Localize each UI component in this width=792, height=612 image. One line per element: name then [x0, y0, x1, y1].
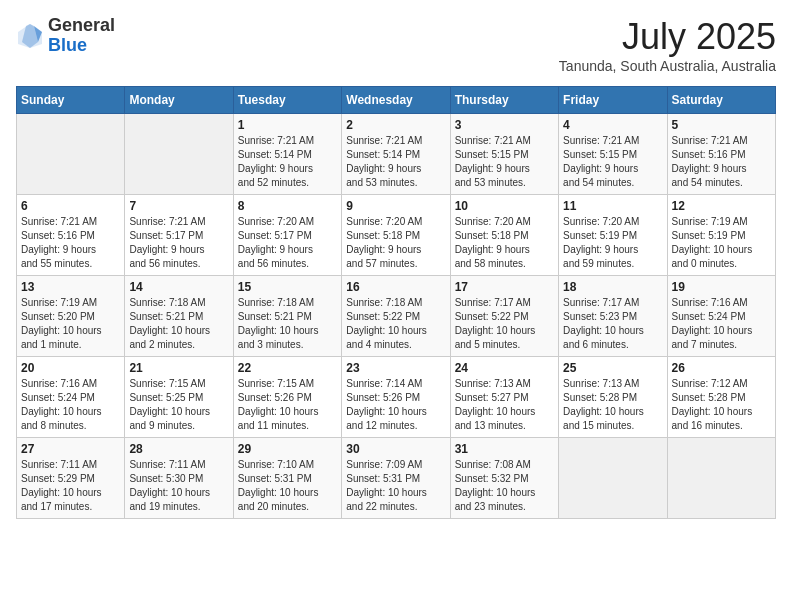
logo-icon — [16, 22, 44, 50]
day-number: 19 — [672, 280, 771, 294]
day-number: 25 — [563, 361, 662, 375]
calendar-cell — [559, 438, 667, 519]
day-info: Sunrise: 7:21 AM Sunset: 5:15 PM Dayligh… — [455, 134, 554, 190]
day-number: 16 — [346, 280, 445, 294]
day-info: Sunrise: 7:15 AM Sunset: 5:25 PM Dayligh… — [129, 377, 228, 433]
day-number: 10 — [455, 199, 554, 213]
day-number: 27 — [21, 442, 120, 456]
calendar-cell: 30Sunrise: 7:09 AM Sunset: 5:31 PM Dayli… — [342, 438, 450, 519]
day-number: 15 — [238, 280, 337, 294]
day-info: Sunrise: 7:21 AM Sunset: 5:15 PM Dayligh… — [563, 134, 662, 190]
day-info: Sunrise: 7:17 AM Sunset: 5:23 PM Dayligh… — [563, 296, 662, 352]
weekday-header-saturday: Saturday — [667, 87, 775, 114]
day-info: Sunrise: 7:16 AM Sunset: 5:24 PM Dayligh… — [672, 296, 771, 352]
day-info: Sunrise: 7:08 AM Sunset: 5:32 PM Dayligh… — [455, 458, 554, 514]
day-number: 2 — [346, 118, 445, 132]
page-header: General Blue July 2025 Tanunda, South Au… — [16, 16, 776, 74]
day-number: 22 — [238, 361, 337, 375]
day-info: Sunrise: 7:21 AM Sunset: 5:16 PM Dayligh… — [21, 215, 120, 271]
day-info: Sunrise: 7:11 AM Sunset: 5:30 PM Dayligh… — [129, 458, 228, 514]
day-number: 29 — [238, 442, 337, 456]
day-number: 23 — [346, 361, 445, 375]
day-info: Sunrise: 7:21 AM Sunset: 5:14 PM Dayligh… — [346, 134, 445, 190]
week-row-5: 27Sunrise: 7:11 AM Sunset: 5:29 PM Dayli… — [17, 438, 776, 519]
day-number: 11 — [563, 199, 662, 213]
day-info: Sunrise: 7:21 AM Sunset: 5:14 PM Dayligh… — [238, 134, 337, 190]
calendar-cell: 13Sunrise: 7:19 AM Sunset: 5:20 PM Dayli… — [17, 276, 125, 357]
logo-general: General — [48, 15, 115, 35]
calendar-cell: 14Sunrise: 7:18 AM Sunset: 5:21 PM Dayli… — [125, 276, 233, 357]
day-info: Sunrise: 7:18 AM Sunset: 5:22 PM Dayligh… — [346, 296, 445, 352]
day-info: Sunrise: 7:12 AM Sunset: 5:28 PM Dayligh… — [672, 377, 771, 433]
day-info: Sunrise: 7:20 AM Sunset: 5:17 PM Dayligh… — [238, 215, 337, 271]
day-number: 14 — [129, 280, 228, 294]
calendar-cell — [17, 114, 125, 195]
calendar-cell: 19Sunrise: 7:16 AM Sunset: 5:24 PM Dayli… — [667, 276, 775, 357]
day-number: 20 — [21, 361, 120, 375]
day-number: 12 — [672, 199, 771, 213]
calendar-cell: 7Sunrise: 7:21 AM Sunset: 5:17 PM Daylig… — [125, 195, 233, 276]
week-row-3: 13Sunrise: 7:19 AM Sunset: 5:20 PM Dayli… — [17, 276, 776, 357]
day-number: 3 — [455, 118, 554, 132]
calendar-cell: 2Sunrise: 7:21 AM Sunset: 5:14 PM Daylig… — [342, 114, 450, 195]
day-info: Sunrise: 7:14 AM Sunset: 5:26 PM Dayligh… — [346, 377, 445, 433]
location-title: Tanunda, South Australia, Australia — [559, 58, 776, 74]
weekday-header-friday: Friday — [559, 87, 667, 114]
day-number: 5 — [672, 118, 771, 132]
weekday-header-tuesday: Tuesday — [233, 87, 341, 114]
weekday-header-thursday: Thursday — [450, 87, 558, 114]
calendar-table: SundayMondayTuesdayWednesdayThursdayFrid… — [16, 86, 776, 519]
day-info: Sunrise: 7:10 AM Sunset: 5:31 PM Dayligh… — [238, 458, 337, 514]
day-number: 13 — [21, 280, 120, 294]
calendar-cell: 25Sunrise: 7:13 AM Sunset: 5:28 PM Dayli… — [559, 357, 667, 438]
day-info: Sunrise: 7:21 AM Sunset: 5:16 PM Dayligh… — [672, 134, 771, 190]
day-number: 6 — [21, 199, 120, 213]
day-number: 21 — [129, 361, 228, 375]
day-number: 9 — [346, 199, 445, 213]
day-info: Sunrise: 7:13 AM Sunset: 5:28 PM Dayligh… — [563, 377, 662, 433]
weekday-header-sunday: Sunday — [17, 87, 125, 114]
day-number: 1 — [238, 118, 337, 132]
calendar-cell: 23Sunrise: 7:14 AM Sunset: 5:26 PM Dayli… — [342, 357, 450, 438]
day-info: Sunrise: 7:20 AM Sunset: 5:18 PM Dayligh… — [346, 215, 445, 271]
calendar-cell: 15Sunrise: 7:18 AM Sunset: 5:21 PM Dayli… — [233, 276, 341, 357]
day-info: Sunrise: 7:15 AM Sunset: 5:26 PM Dayligh… — [238, 377, 337, 433]
weekday-header-row: SundayMondayTuesdayWednesdayThursdayFrid… — [17, 87, 776, 114]
day-info: Sunrise: 7:09 AM Sunset: 5:31 PM Dayligh… — [346, 458, 445, 514]
day-info: Sunrise: 7:20 AM Sunset: 5:18 PM Dayligh… — [455, 215, 554, 271]
calendar-cell: 18Sunrise: 7:17 AM Sunset: 5:23 PM Dayli… — [559, 276, 667, 357]
day-info: Sunrise: 7:11 AM Sunset: 5:29 PM Dayligh… — [21, 458, 120, 514]
day-number: 24 — [455, 361, 554, 375]
calendar-cell: 1Sunrise: 7:21 AM Sunset: 5:14 PM Daylig… — [233, 114, 341, 195]
calendar-cell: 8Sunrise: 7:20 AM Sunset: 5:17 PM Daylig… — [233, 195, 341, 276]
day-number: 31 — [455, 442, 554, 456]
calendar-cell: 27Sunrise: 7:11 AM Sunset: 5:29 PM Dayli… — [17, 438, 125, 519]
calendar-cell: 29Sunrise: 7:10 AM Sunset: 5:31 PM Dayli… — [233, 438, 341, 519]
week-row-1: 1Sunrise: 7:21 AM Sunset: 5:14 PM Daylig… — [17, 114, 776, 195]
calendar-cell: 9Sunrise: 7:20 AM Sunset: 5:18 PM Daylig… — [342, 195, 450, 276]
month-title: July 2025 — [559, 16, 776, 58]
calendar-cell: 24Sunrise: 7:13 AM Sunset: 5:27 PM Dayli… — [450, 357, 558, 438]
logo-text: General Blue — [48, 16, 115, 56]
weekday-header-wednesday: Wednesday — [342, 87, 450, 114]
calendar-cell: 31Sunrise: 7:08 AM Sunset: 5:32 PM Dayli… — [450, 438, 558, 519]
day-info: Sunrise: 7:19 AM Sunset: 5:19 PM Dayligh… — [672, 215, 771, 271]
day-info: Sunrise: 7:18 AM Sunset: 5:21 PM Dayligh… — [129, 296, 228, 352]
calendar-cell: 5Sunrise: 7:21 AM Sunset: 5:16 PM Daylig… — [667, 114, 775, 195]
calendar-cell — [125, 114, 233, 195]
calendar-cell: 4Sunrise: 7:21 AM Sunset: 5:15 PM Daylig… — [559, 114, 667, 195]
weekday-header-monday: Monday — [125, 87, 233, 114]
calendar-cell: 17Sunrise: 7:17 AM Sunset: 5:22 PM Dayli… — [450, 276, 558, 357]
day-number: 4 — [563, 118, 662, 132]
calendar-cell: 26Sunrise: 7:12 AM Sunset: 5:28 PM Dayli… — [667, 357, 775, 438]
calendar-cell: 10Sunrise: 7:20 AM Sunset: 5:18 PM Dayli… — [450, 195, 558, 276]
day-number: 26 — [672, 361, 771, 375]
logo: General Blue — [16, 16, 115, 56]
logo-blue: Blue — [48, 35, 87, 55]
day-info: Sunrise: 7:19 AM Sunset: 5:20 PM Dayligh… — [21, 296, 120, 352]
day-info: Sunrise: 7:18 AM Sunset: 5:21 PM Dayligh… — [238, 296, 337, 352]
calendar-cell: 16Sunrise: 7:18 AM Sunset: 5:22 PM Dayli… — [342, 276, 450, 357]
calendar-cell: 12Sunrise: 7:19 AM Sunset: 5:19 PM Dayli… — [667, 195, 775, 276]
day-number: 28 — [129, 442, 228, 456]
calendar-cell: 3Sunrise: 7:21 AM Sunset: 5:15 PM Daylig… — [450, 114, 558, 195]
